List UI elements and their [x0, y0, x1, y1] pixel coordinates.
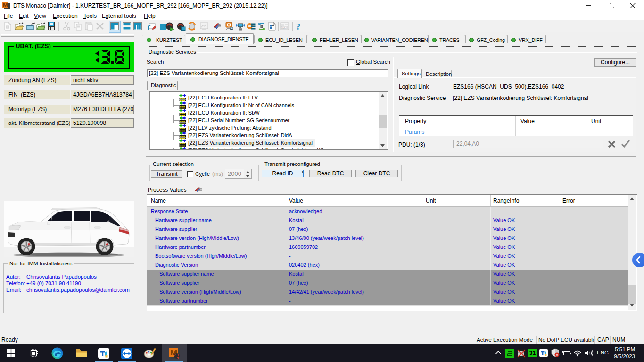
svg-text:?: ?: [296, 22, 301, 31]
svg-text:OK?: OK?: [282, 27, 287, 29]
